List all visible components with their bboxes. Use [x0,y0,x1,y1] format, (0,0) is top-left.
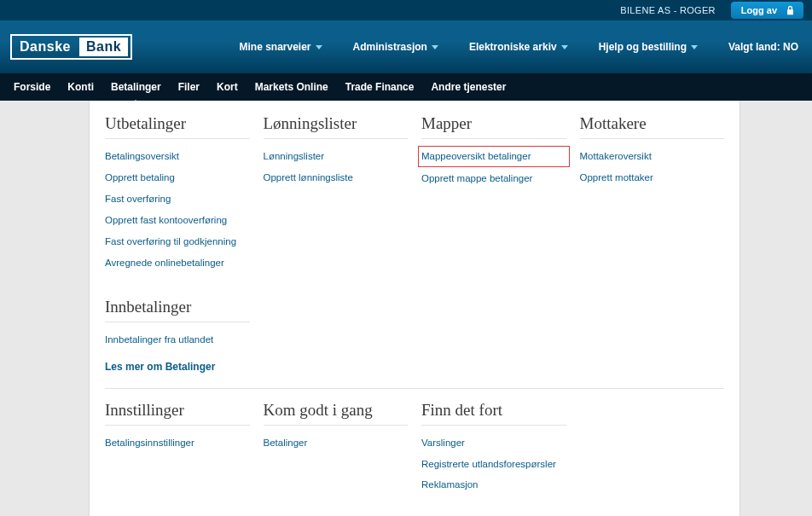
sub-nav: Forside Konti Betalinger Filer Kort Mark… [0,73,812,101]
user-label: BILENE AS - ROGER [620,5,715,15]
logo-right: Bank [79,38,128,56]
tab-betalinger[interactable]: Betalinger [102,74,170,100]
section-title: Mottakere [580,114,725,139]
header: Danske Bank Mine snarveier Administrasjo… [0,20,812,73]
tab-konti[interactable]: Konti [59,74,102,100]
nav-mine-snarveier[interactable]: Mine snarveier [240,41,322,53]
chevron-down-icon [316,45,322,49]
col-innstillinger: Innstillinger Betalingsinnstillinger [98,401,257,496]
col-mapper: Mapper Mappeoversikt betalinger Opprett … [415,114,573,373]
nav-elektroniske-arkiv[interactable]: Elektroniske arkiv [469,41,568,53]
link-reklamasjon[interactable]: Reklamasjon [421,474,566,496]
lock-icon [786,5,795,15]
tab-kort[interactable]: Kort [208,74,246,100]
section-title: Lønningslister [264,114,409,139]
tab-trade-finance[interactable]: Trade Finance [337,74,423,100]
link-mottakeroversikt[interactable]: Mottakeroversikt [580,146,725,167]
link-mappeoversikt-betalinger[interactable]: Mappeoversikt betalinger [418,146,570,167]
chevron-down-icon [561,45,568,49]
menu-row-1: Utbetalinger Betalingsoversikt Opprett b… [90,114,740,373]
tab-forside[interactable]: Forside [5,74,59,100]
logout-label: Logg av [741,5,777,15]
menu-row-2: Innstillinger Betalingsinnstillinger Kom… [90,389,740,496]
link-lonningslister[interactable]: Lønningslister [264,146,409,167]
section-title: Innbetalinger [105,298,250,322]
mega-menu: Utbetalinger Betalingsoversikt Opprett b… [89,101,740,516]
link-opprett-lonningsliste[interactable]: Opprett lønningsliste [264,167,409,188]
col-finn-det-fort: Finn det fort Varslinger Registrerte utl… [415,401,573,496]
main-nav: Mine snarveier Administrasjon Elektronis… [240,41,803,53]
logout-button[interactable]: Logg av [731,2,803,19]
nav-label: Elektroniske arkiv [469,41,557,53]
link-fast-overforing-godkjenning[interactable]: Fast overføring til godkjenning [105,231,250,252]
logo-left: Danske [14,38,76,56]
link-innbetalinger-utlandet[interactable]: Innbetalinger fra utlandet [105,329,250,351]
link-les-mer-betalinger[interactable]: Les mer om Betalinger [105,361,250,373]
link-opprett-mappe-betalinger[interactable]: Opprett mappe betalinger [421,168,566,189]
nav-administrasjon[interactable]: Administrasjon [353,41,438,53]
tab-andre-tjenester[interactable]: Andre tjenester [422,74,514,100]
link-avregnede-onlinebetalinger[interactable]: Avregnede onlinebetalinger [105,252,250,274]
link-betalingsinnstillinger[interactable]: Betalingsinnstillinger [105,432,250,454]
col-lonningslister: Lønningslister Lønningslister Opprett lø… [257,114,415,373]
col-kom-godt-i-gang: Kom godt i gang Betalinger [257,401,415,496]
logo[interactable]: Danske Bank [10,34,132,60]
section-title: Utbetalinger [105,114,250,139]
top-bar: BILENE AS - ROGER Logg av [0,0,812,20]
chevron-down-icon [432,45,438,49]
col-mottakere: Mottakere Mottakeroversikt Opprett motta… [573,114,732,373]
link-varslinger[interactable]: Varslinger [421,432,566,454]
tab-filer[interactable]: Filer [170,74,208,100]
link-fast-overforing[interactable]: Fast overføring [105,188,250,210]
link-registrerte-utlandsforesporsler[interactable]: Registrerte utlandsforespørsler [421,454,566,475]
link-opprett-fast-kontooverforing[interactable]: Opprett fast kontooverføring [105,210,250,231]
link-betalinger[interactable]: Betalinger [264,432,409,454]
chevron-down-icon [691,45,698,49]
nav-hjelp-og-bestilling[interactable]: Hjelp og bestilling [599,41,698,53]
section-title: Mapper [421,114,566,139]
nav-label: Hjelp og bestilling [599,41,687,53]
link-betalingsoversikt[interactable]: Betalingsoversikt [105,146,250,167]
col-utbetalinger: Utbetalinger Betalingsoversikt Opprett b… [98,114,257,373]
section-title: Innstillinger [105,401,250,426]
section-title: Finn det fort [421,401,566,426]
tab-markets-online[interactable]: Markets Online [246,74,337,100]
link-opprett-mottaker[interactable]: Opprett mottaker [580,167,725,188]
section-title: Kom godt i gang [264,401,409,426]
nav-label: Valgt land: NO [728,41,798,53]
col-empty [573,401,732,496]
nav-label: Mine snarveier [240,41,311,53]
link-opprett-betaling[interactable]: Opprett betaling [105,167,250,188]
nav-valgt-land[interactable]: Valgt land: NO [728,41,798,53]
nav-label: Administrasjon [353,41,427,53]
